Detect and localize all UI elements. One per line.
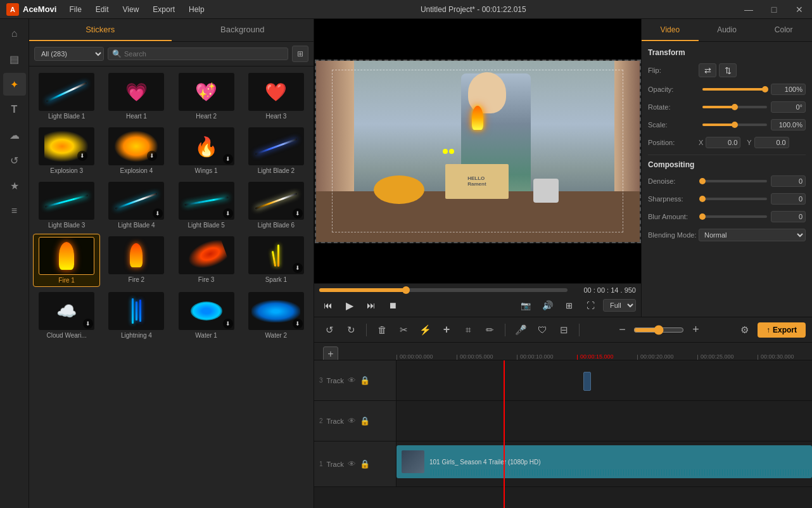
track-eye-icon-1[interactable]: 👁 (348, 459, 356, 469)
sticker-item-12[interactable]: ⬇ Light Blade 6 (243, 179, 310, 231)
text-icon-btn[interactable]: T (3, 98, 26, 121)
sticker-item-11[interactable]: ⬇ Light Blade 5 (173, 179, 240, 231)
sticker-item-1[interactable]: Light Blade 1 (33, 70, 100, 122)
denoise-slider[interactable] (702, 180, 767, 182)
sticker-item-4[interactable]: ❤️ Heart 3 (243, 70, 310, 122)
sticker-item-16[interactable]: ⬇ Spark 1 (243, 234, 310, 287)
delete-button[interactable]: 🗑 (373, 321, 391, 339)
menu-help[interactable]: Help (182, 0, 211, 19)
quality-select[interactable]: Full 1/2 1/4 (603, 299, 636, 312)
undo-button[interactable]: ↺ (320, 321, 338, 339)
speed-button[interactable]: ⚡ (416, 321, 434, 339)
sticker-item-2[interactable]: 💗 Heart 1 (103, 70, 170, 122)
rotate-value[interactable]: 0° (771, 101, 806, 113)
track-eye-icon-2[interactable]: 👁 (348, 416, 356, 426)
export-button[interactable]: ↑ Export (758, 322, 806, 338)
sticker-item-20[interactable]: ⬇ Water 2 (243, 289, 310, 341)
track-content-2[interactable] (396, 401, 812, 441)
progress-bar[interactable] (319, 288, 568, 292)
menu-file[interactable]: File (63, 0, 87, 19)
scale-slider[interactable] (702, 124, 767, 126)
snapshot-button[interactable]: 📷 (517, 296, 535, 314)
transitions-icon-btn[interactable]: ☁ (3, 124, 26, 146)
media-icon-btn[interactable]: ▤ (3, 48, 26, 70)
sticker-item-17[interactable]: ☁️ ⬇ Cloud Weari... (33, 289, 100, 341)
stop-button[interactable]: ⏹ (384, 296, 402, 314)
minimize-button[interactable]: — (736, 0, 761, 19)
audio-button[interactable]: 🎤 (512, 321, 530, 339)
sticker-item-9[interactable]: Light Blade 3 (33, 179, 100, 231)
sticker-item-7[interactable]: 🔥 ⬇ Wings 1 (173, 125, 240, 177)
tab-color[interactable]: Color (755, 19, 812, 41)
aspect-ratio-button[interactable]: ⊞ (560, 296, 578, 314)
track-content-3[interactable] (396, 360, 812, 400)
sharpness-value[interactable]: 0 (771, 193, 806, 205)
search-input[interactable] (124, 50, 284, 58)
home-icon-btn[interactable]: ⌂ (3, 22, 26, 45)
tab-audio[interactable]: Audio (699, 19, 756, 41)
settings-button[interactable]: ⚙ (736, 321, 754, 339)
maximize-button[interactable]: □ (761, 0, 787, 19)
track-content-1[interactable]: 101 Girls_ Season 4 Trailer (1080p HD) (396, 441, 812, 486)
rotate-slider[interactable] (702, 106, 767, 108)
filters-icon-btn[interactable]: ↺ (3, 149, 26, 172)
track-lock-icon-1[interactable]: 🔒 (360, 459, 370, 469)
sticker-item-8[interactable]: Light Blade 2 (243, 125, 310, 177)
crop-button[interactable]: ⌗ (459, 321, 477, 339)
blend-select[interactable]: Normal Multiply Screen Overlay (699, 229, 806, 241)
flip-horizontal-button[interactable]: ⇄ (699, 63, 716, 77)
sticker-item-14[interactable]: Fire 2 (103, 234, 170, 287)
menu-edit[interactable]: Edit (89, 0, 115, 19)
sticker-item-5[interactable]: ⬇ Explosion 3 (33, 125, 100, 177)
sticker-item-19[interactable]: ⬇ Water 1 (173, 289, 240, 341)
redo-button[interactable]: ↻ (342, 321, 360, 339)
sticker-item-10[interactable]: ⬇ Light Blade 4 (103, 179, 170, 231)
pos-x-input[interactable]: 0.0 (706, 137, 740, 148)
stickers-icon-btn[interactable]: ✦ (3, 73, 26, 96)
cut-button[interactable]: ✂ (395, 321, 412, 339)
video-clip[interactable]: 101 Girls_ Season 4 Trailer (1080p HD) (396, 445, 812, 478)
edit-button[interactable]: ✏ (481, 321, 498, 339)
sticker-item-13[interactable]: Fire 1 (33, 234, 100, 287)
grid-view-button[interactable]: ⊞ (292, 46, 308, 62)
star-icon-btn[interactable]: ★ (3, 174, 26, 197)
blur-slider[interactable] (702, 215, 767, 218)
tab-background[interactable]: Background (172, 19, 314, 41)
sticker-item-3[interactable]: 💖 Heart 2 (173, 70, 240, 122)
zoom-out-button[interactable]: − (613, 321, 631, 339)
tab-video[interactable]: Video (642, 19, 699, 41)
scale-value[interactable]: 100.0% (771, 119, 806, 130)
category-select[interactable]: All (283) Popular Nature (34, 47, 104, 61)
titlebar: A AceMovi File Edit View Export Help Unt… (0, 0, 812, 19)
add-track-button[interactable]: + (323, 346, 338, 361)
more-icon-btn[interactable]: ≡ (3, 200, 26, 222)
split-button[interactable]: ⊟ (555, 321, 573, 339)
flip-vertical-button[interactable]: ⇅ (719, 63, 737, 77)
volume-button[interactable]: 🔊 (538, 296, 556, 314)
menu-view[interactable]: View (117, 0, 146, 19)
pos-y-input[interactable]: 0.0 (754, 137, 789, 148)
add-button[interactable]: + (438, 321, 455, 339)
opacity-value[interactable]: 100% (771, 84, 806, 95)
sharpness-slider[interactable] (702, 198, 767, 200)
track-lock-icon-3[interactable]: 🔒 (360, 376, 370, 385)
play-button[interactable]: ▶ (341, 296, 358, 314)
sticker-item-6[interactable]: ⬇ Explosion 4 (103, 125, 170, 177)
skip-forward-button[interactable]: ⏭ (362, 296, 380, 314)
close-button[interactable]: ✕ (787, 0, 812, 19)
sticker-item-18[interactable]: Lightning 4 (103, 289, 170, 341)
fullscreen-button[interactable]: ⛶ (581, 296, 599, 314)
zoom-slider[interactable] (633, 325, 684, 335)
blur-value[interactable]: 0 (771, 211, 806, 222)
denoise-value[interactable]: 0 (771, 175, 806, 187)
track-eye-icon-3[interactable]: 👁 (348, 376, 356, 385)
menu-export[interactable]: Export (146, 0, 181, 19)
opacity-slider[interactable] (702, 88, 767, 91)
skip-back-button[interactable]: ⏮ (319, 296, 337, 314)
zoom-in-button[interactable]: + (687, 321, 704, 339)
tab-stickers[interactable]: Stickers (29, 19, 172, 41)
track-lock-icon-2[interactable]: 🔒 (360, 416, 370, 426)
sticker-clip[interactable] (583, 372, 591, 391)
sticker-item-15[interactable]: Fire 3 (173, 234, 240, 287)
shield-button[interactable]: 🛡 (533, 321, 551, 339)
